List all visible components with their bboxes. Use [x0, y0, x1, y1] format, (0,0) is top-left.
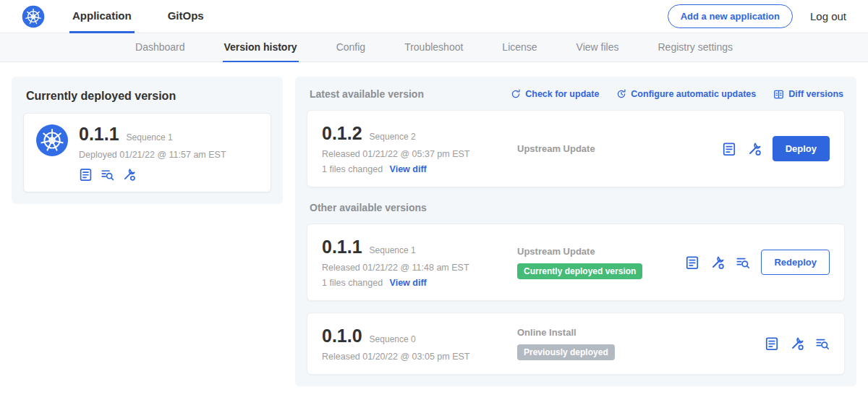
version-row-0-1-1: 0.1.1 Sequence 1 Released 01/21/22 @ 11:…: [307, 224, 845, 301]
version-sequence: Sequence 1: [370, 245, 416, 255]
version-source: Upstream Update: [511, 143, 715, 154]
latest-version-title: Latest available version: [310, 88, 424, 100]
check-for-update-label: Check for update: [525, 89, 599, 99]
config-icon[interactable]: [790, 336, 804, 351]
deployed-version-info: 0.1.1 Sequence 1 Deployed 01/21/22 @ 11:…: [79, 124, 226, 182]
released-timestamp: Released 01/21/22 @ 11:48 am EST: [322, 263, 511, 273]
diff-table-icon: [773, 89, 784, 100]
tab-gitops[interactable]: GitOps: [165, 0, 207, 33]
release-notes-icon[interactable]: [765, 336, 779, 351]
version-sequence: Sequence 2: [370, 132, 416, 142]
diff-icon[interactable]: [736, 255, 750, 270]
version-info: 0.1.1 Sequence 1 Released 01/21/22 @ 11:…: [322, 237, 511, 288]
deployed-version-card: 0.1.1 Sequence 1 Deployed 01/21/22 @ 11:…: [23, 113, 271, 192]
previously-deployed-badge: Previously deployed: [517, 344, 615, 360]
released-timestamp: Released 01/21/22 @ 05:37 pm EST: [322, 149, 511, 159]
kubernetes-logo-icon: [22, 5, 45, 28]
diff-icon[interactable]: [815, 336, 830, 351]
version-history-page: Currently deployed version 0.1.1 Sequenc…: [0, 62, 868, 401]
top-header: Application GitOps Add a new application…: [0, 0, 868, 33]
deployed-sequence: Sequence 1: [127, 132, 173, 143]
version-number: 0.1.0: [322, 326, 362, 347]
version-actions: Redeploy: [678, 250, 830, 275]
files-changed-label: 1 files changed: [322, 278, 383, 288]
app-tabs: Application GitOps: [69, 0, 237, 33]
source-label: Upstream Update: [517, 143, 715, 154]
subnav-tab-registry-settings[interactable]: Registry settings: [657, 33, 734, 62]
add-application-button[interactable]: Add a new application: [668, 4, 793, 28]
release-notes-icon[interactable]: [722, 142, 736, 156]
diff-versions-button[interactable]: Diff versions: [773, 89, 843, 100]
config-icon[interactable]: [747, 142, 762, 156]
diff-icon[interactable]: [101, 168, 114, 182]
refresh-icon: [511, 89, 521, 99]
deployed-panel-title: Currently deployed version: [26, 90, 271, 103]
currently-deployed-badge: Currently deployed version: [517, 263, 642, 279]
files-changed-label: 1 files changed: [322, 164, 383, 174]
available-panel-actions: Check for update Configure automatic upd…: [511, 89, 843, 100]
diff-versions-label: Diff versions: [788, 89, 843, 99]
config-icon[interactable]: [122, 168, 136, 182]
version-row-0-1-0: 0.1.0 Sequence 0 Released 01/20/22 @ 03:…: [307, 313, 845, 375]
source-label: Online Install: [517, 327, 757, 338]
version-row-0-1-2: 0.1.2 Sequence 2 Released 01/21/22 @ 05:…: [307, 110, 845, 187]
available-versions-panel: Latest available version Check for updat…: [295, 77, 856, 386]
release-notes-icon[interactable]: [79, 168, 93, 182]
released-timestamp: Released 01/20/22 @ 03:05 pm EST: [322, 352, 511, 362]
header-actions: Add a new application Log out: [668, 4, 846, 28]
kubernetes-logo: [22, 5, 45, 28]
schedule-icon: [616, 89, 626, 99]
source-label: Upstream Update: [517, 246, 678, 257]
version-source: Online Install Previously deployed: [511, 327, 757, 360]
deploy-button[interactable]: Deploy: [773, 136, 830, 161]
currently-deployed-panel: Currently deployed version 0.1.1 Sequenc…: [12, 77, 283, 204]
logout-button[interactable]: Log out: [810, 10, 846, 22]
version-info: 0.1.2 Sequence 2 Released 01/21/22 @ 05:…: [322, 123, 511, 174]
available-panel-header: Latest available version Check for updat…: [310, 88, 843, 100]
configure-updates-label: Configure automatic updates: [631, 89, 756, 99]
subnav-tab-config[interactable]: Config: [335, 33, 367, 62]
configure-updates-button[interactable]: Configure automatic updates: [616, 89, 756, 99]
subnav-tab-view-files[interactable]: View files: [575, 33, 621, 62]
version-actions: [757, 336, 830, 351]
redeploy-button[interactable]: Redeploy: [761, 250, 830, 275]
deployed-timestamp: Deployed 01/21/22 @ 11:57 am EST: [79, 150, 226, 160]
subnav-tab-version-history[interactable]: Version history: [223, 33, 299, 62]
app-icon: [35, 124, 69, 157]
subnav-tab-dashboard[interactable]: Dashboard: [134, 33, 187, 62]
config-icon[interactable]: [710, 255, 725, 270]
check-for-update-button[interactable]: Check for update: [511, 89, 599, 99]
version-number: 0.1.2: [322, 123, 362, 144]
deployed-version-number: 0.1.1: [79, 124, 119, 145]
version-sequence: Sequence 0: [370, 334, 416, 344]
version-info: 0.1.0 Sequence 0 Released 01/20/22 @ 03:…: [322, 326, 511, 362]
other-versions-title: Other available versions: [310, 202, 843, 213]
version-number: 0.1.1: [322, 237, 362, 258]
release-notes-icon[interactable]: [685, 255, 699, 270]
subnav-tab-troubleshoot[interactable]: Troubleshoot: [403, 33, 464, 62]
view-diff-link[interactable]: View diff: [390, 278, 427, 288]
subnav-tab-license[interactable]: License: [501, 33, 538, 62]
view-diff-link[interactable]: View diff: [390, 164, 427, 174]
tab-application[interactable]: Application: [69, 0, 135, 33]
version-actions: Deploy: [715, 136, 830, 161]
app-subnav: Dashboard Version history Config Trouble…: [0, 33, 868, 62]
version-source: Upstream Update Currently deployed versi…: [511, 246, 678, 279]
